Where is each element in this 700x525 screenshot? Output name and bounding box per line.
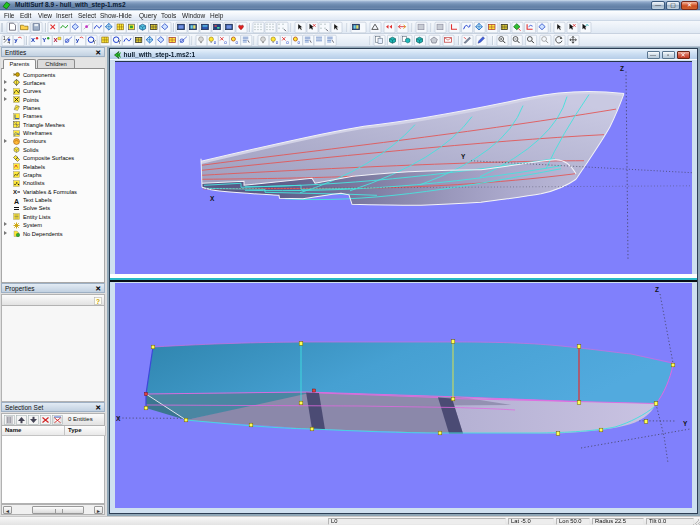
- svg-text:Z: Z: [655, 286, 659, 293]
- svg-text:X: X: [31, 37, 35, 43]
- svg-text:X: X: [53, 37, 57, 43]
- svg-text:?: ?: [96, 298, 100, 305]
- svg-text:Y: Y: [118, 40, 121, 45]
- svg-text:Z: Z: [620, 65, 624, 72]
- svg-text:X: X: [210, 195, 215, 202]
- svg-text:Y: Y: [683, 420, 688, 427]
- svg-text:A: A: [14, 197, 19, 204]
- svg-text:X=: X=: [13, 189, 20, 195]
- svg-text:Y: Y: [461, 153, 466, 160]
- svg-text:X: X: [116, 415, 121, 422]
- svg-text:Y: Y: [93, 40, 96, 45]
- svg-text:Y: Y: [42, 37, 46, 43]
